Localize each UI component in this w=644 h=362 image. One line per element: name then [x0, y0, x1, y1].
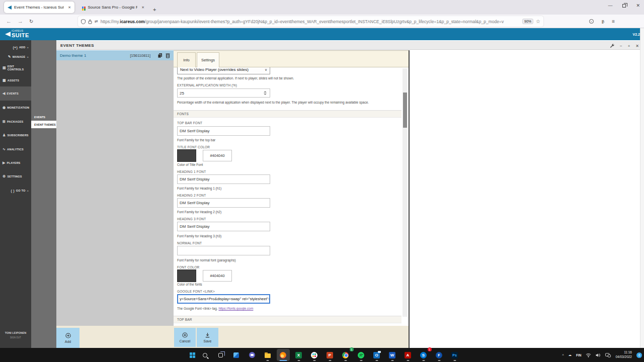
- gear-icon: ⚙: [3, 174, 6, 178]
- search-icon: [203, 353, 207, 357]
- window-minimize-button[interactable]: —: [608, 3, 612, 8]
- external-app-width-input[interactable]: 25: [177, 88, 270, 98]
- field-label: NORMAL FONT: [177, 241, 202, 245]
- wifi-icon[interactable]: [586, 353, 591, 357]
- heading-2-font-input[interactable]: [177, 198, 270, 208]
- field-label: EXTERNAL APPLICATION WIDTH (%): [177, 83, 237, 87]
- window-close-button[interactable]: ✕: [636, 3, 640, 8]
- sidebar-item-settings[interactable]: ⚙SETTINGS: [0, 169, 31, 184]
- window-restore-button[interactable]: [622, 4, 626, 8]
- chat-icon: [249, 352, 255, 358]
- browser-tab-google-fonts[interactable]: Source Sans Pro - Google Fonts ✕: [78, 1, 148, 14]
- tab-close-icon[interactable]: ✕: [141, 6, 144, 10]
- tray-chevron-icon[interactable]: ^: [562, 353, 564, 357]
- tab-close-icon[interactable]: ✕: [68, 6, 71, 10]
- google-font-link-input[interactable]: y=Source+Sans+Pro&display=swap" rel="sty…: [177, 294, 270, 304]
- slack-button[interactable]: [308, 349, 321, 361]
- forward-button[interactable]: →: [18, 18, 23, 24]
- portlet-maximize-icon[interactable]: +: [628, 44, 630, 48]
- page-scrollbar[interactable]: [640, 28, 644, 348]
- sidebar-item-manage[interactable]: ✎MANAGE»: [0, 52, 31, 61]
- acrobat-button[interactable]: A: [401, 349, 415, 361]
- task-view-button[interactable]: [214, 349, 227, 361]
- page-title: EVENT THEMES: [56, 43, 94, 48]
- sidebar-item-assets[interactable]: ▦ASSETS: [0, 74, 31, 86]
- save-button[interactable]: Save: [197, 328, 218, 347]
- font-color-input[interactable]: #404040: [203, 270, 232, 282]
- google-fonts-link[interactable]: https://fonts.google.com: [218, 307, 253, 310]
- file-explorer-button[interactable]: [261, 349, 274, 361]
- clock[interactable]: 11:1604/03/2022: [615, 350, 632, 359]
- submenu-item-event-themes[interactable]: EVENT THEMES: [31, 121, 56, 128]
- sidebar-item-analytics[interactable]: ∿ANALYTICS: [0, 142, 31, 156]
- external-app-position-select[interactable]: Next to Video Player (overrides slides) …: [177, 67, 270, 74]
- heading-3-font-input[interactable]: [177, 222, 270, 231]
- reload-button[interactable]: ↻: [29, 19, 33, 24]
- powerpoint-icon: P: [327, 352, 333, 358]
- widgets-button[interactable]: [230, 349, 243, 361]
- trash-icon[interactable]: [166, 53, 170, 58]
- word-button[interactable]: W: [386, 349, 399, 361]
- submenu-item-events[interactable]: EVENTS: [31, 113, 56, 121]
- copy-icon[interactable]: [157, 53, 163, 58]
- sidebar-item-edit-controls[interactable]: ▤EDIT CONTROLS: [0, 61, 31, 74]
- panel-scrollbar-thumb[interactable]: [403, 93, 407, 128]
- sign-out-link[interactable]: SIGN OUT: [0, 336, 31, 339]
- sidebar-item-events[interactable]: ◀EVENTS: [0, 86, 31, 101]
- field-label: FONT COLOR: [177, 265, 200, 269]
- sidebar-item-go-to[interactable]: ( )GO TO»: [0, 184, 31, 198]
- powerpoint-button[interactable]: P: [324, 349, 337, 361]
- chevron-down-icon: ∨: [265, 68, 267, 72]
- tab-settings[interactable]: Settings: [197, 52, 219, 67]
- skype-button[interactable]: S1: [417, 349, 430, 361]
- fsecure-button[interactable]: F: [433, 349, 446, 361]
- top-bar-font-input[interactable]: [177, 126, 270, 136]
- heading-1-font-input[interactable]: [177, 174, 270, 184]
- library-icon[interactable]: |||\: [602, 19, 604, 24]
- normal-font-input[interactable]: [177, 246, 270, 255]
- cancel-button[interactable]: Cancel: [174, 328, 196, 347]
- zoom-level-badge[interactable]: 90%: [522, 19, 533, 24]
- start-button[interactable]: [183, 349, 196, 361]
- sidebar-item-players[interactable]: ▶PLAYERS: [0, 156, 31, 169]
- spotify-button[interactable]: [355, 349, 368, 361]
- page-header-bar: EVENT THEMES − + ✕: [56, 41, 644, 50]
- firefox-button[interactable]: [277, 349, 290, 361]
- onedrive-icon[interactable]: ☁: [568, 353, 572, 357]
- title-font-color-input[interactable]: #404040: [203, 150, 232, 161]
- portlet-close-icon[interactable]: ✕: [635, 44, 639, 48]
- shield-icon[interactable]: [81, 19, 86, 24]
- notification-badge[interactable]: 6: [636, 352, 642, 358]
- lock-icon[interactable]: [88, 19, 92, 24]
- sidebar-item-subscribers[interactable]: ♟SUBSCRIBERS: [0, 128, 31, 142]
- number-spinner[interactable]: [262, 91, 269, 95]
- bookmark-star-icon[interactable]: ☆: [536, 19, 540, 24]
- panel-scrollbar[interactable]: [403, 68, 408, 317]
- portlet-minimize-icon[interactable]: −: [620, 44, 622, 48]
- chrome-button[interactable]: 1: [339, 349, 352, 361]
- theme-list-row-selected[interactable]: Demo theme 1 [156110811]: [56, 50, 174, 60]
- menu-icon[interactable]: ≡: [612, 19, 615, 24]
- sidebar-item-packages[interactable]: ⊞PACKAGES: [0, 115, 31, 128]
- taskbar-search[interactable]: [199, 349, 212, 361]
- tab-info[interactable]: Info: [177, 52, 196, 67]
- add-button[interactable]: Add: [56, 328, 79, 348]
- back-button[interactable]: ←: [6, 18, 12, 24]
- browser-tab-event-themes[interactable]: Event Themes - Icareus Suite ✕: [4, 2, 74, 13]
- title-font-color-swatch[interactable]: [177, 149, 196, 162]
- teams-chat-button[interactable]: [246, 349, 259, 361]
- container-switch-icon[interactable]: ⇄: [95, 19, 98, 24]
- photoshop-button[interactable]: Ps: [448, 349, 461, 361]
- new-tab-button[interactable]: +: [153, 7, 156, 13]
- pocket-icon[interactable]: ⌄: [589, 19, 594, 24]
- pen-display-icon[interactable]: [605, 353, 611, 357]
- excel-button[interactable]: X: [292, 349, 305, 361]
- sidebar-item-add[interactable]: (+)ADD»: [0, 42, 31, 52]
- outlook-button[interactable]: O: [370, 349, 383, 361]
- sidebar-item-monetization[interactable]: ◉MONETIZATION: [0, 101, 31, 115]
- volume-icon[interactable]: [596, 353, 601, 357]
- language-indicator[interactable]: FIN: [576, 353, 581, 357]
- url-bar[interactable]: ⇄ https://my.icareus.com/group/jarvenpaa…: [78, 16, 543, 27]
- wrench-icon[interactable]: [610, 44, 614, 48]
- font-color-swatch[interactable]: [177, 269, 196, 282]
